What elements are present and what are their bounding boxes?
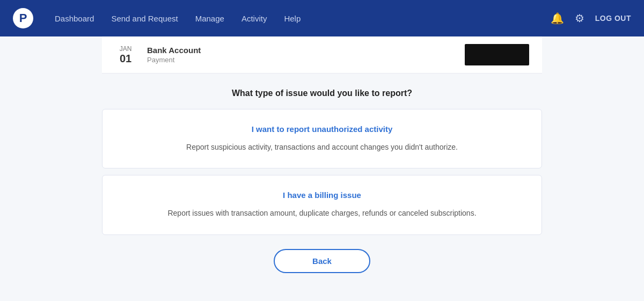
billing-card-desc: Report issues with transaction amount, d… [124, 207, 520, 219]
logout-button[interactable]: LOG OUT [595, 14, 631, 23]
unauthorized-card-desc: Report suspicious activity, transactions… [124, 141, 520, 153]
transaction-row: JAN 01 Bank Account Payment [102, 36, 542, 74]
back-section: Back [102, 244, 542, 273]
settings-icon[interactable]: ⚙ [575, 12, 584, 25]
svg-text:P: P [19, 11, 27, 25]
notification-icon[interactable]: 🔔 [551, 12, 564, 25]
cards-container: I want to report unauthorized activity R… [102, 109, 542, 244]
unauthorized-activity-card[interactable]: I want to report unauthorized activity R… [102, 109, 542, 168]
nav-manage[interactable]: Manage [195, 14, 224, 23]
question-text: What type of issue would you like to rep… [232, 89, 412, 98]
transaction-amount-box [465, 44, 529, 65]
date-day: 01 [120, 53, 131, 64]
nav-send-request[interactable]: Send and Request [111, 14, 178, 23]
nav-help[interactable]: Help [284, 14, 301, 23]
unauthorized-card-title: I want to report unauthorized activity [124, 124, 520, 134]
question-section: What type of issue would you like to rep… [102, 74, 542, 109]
navbar: P Dashboard Send and Request Manage Acti… [0, 0, 644, 36]
nav-links: Dashboard Send and Request Manage Activi… [55, 14, 533, 23]
transaction-date: JAN 01 [115, 45, 136, 64]
nav-activity[interactable]: Activity [241, 14, 267, 23]
date-month: JAN [120, 45, 132, 53]
nav-dashboard[interactable]: Dashboard [55, 14, 94, 23]
back-button[interactable]: Back [274, 249, 370, 273]
transaction-title: Bank Account [147, 46, 465, 55]
main-content: JAN 01 Bank Account Payment What type of… [0, 36, 644, 273]
billing-issue-card[interactable]: I have a billing issue Report issues wit… [102, 175, 542, 234]
transaction-subtitle: Payment [147, 56, 465, 64]
paypal-logo: P [13, 8, 33, 28]
nav-right: 🔔 ⚙ LOG OUT [551, 12, 631, 25]
billing-card-title: I have a billing issue [124, 190, 520, 200]
transaction-info: Bank Account Payment [147, 46, 465, 64]
